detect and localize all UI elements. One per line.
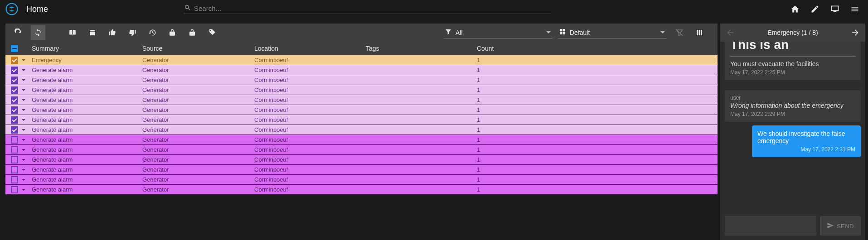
row-checkbox[interactable]: [11, 77, 18, 84]
refresh-icon[interactable]: [11, 25, 25, 40]
prev-arrow-icon[interactable]: [725, 27, 736, 38]
detail-ts: May 17, 2022 2:25 PM: [730, 69, 855, 76]
row-checkbox[interactable]: [11, 186, 18, 193]
search-field[interactable]: [184, 4, 551, 14]
history-icon[interactable]: [145, 25, 160, 40]
cell-location: Corminboeuf: [254, 116, 366, 123]
expand-icon[interactable]: [21, 88, 26, 92]
filter-select[interactable]: All: [444, 26, 553, 39]
expand-icon[interactable]: [21, 118, 26, 122]
book-icon[interactable]: [65, 25, 80, 40]
edit-icon[interactable]: [810, 4, 820, 14]
cell-source: Generator: [142, 77, 254, 83]
expand-icon[interactable]: [21, 68, 26, 72]
table-row[interactable]: Generate alarmGeneratorCorminboeuf1: [5, 185, 718, 195]
expand-icon[interactable]: [21, 178, 26, 182]
row-checkbox[interactable]: [11, 86, 18, 94]
table-row[interactable]: Generate alarmGeneratorCorminboeuf1: [5, 75, 718, 85]
cell-source: Generator: [142, 106, 254, 113]
cell-summary: Generate alarm: [32, 96, 142, 103]
row-checkbox[interactable]: [11, 96, 18, 104]
expand-icon[interactable]: [21, 168, 26, 172]
lock-icon[interactable]: [165, 25, 179, 40]
detail-me-ts: May 17, 2022 2:31 PM: [757, 146, 855, 153]
row-checkbox[interactable]: [11, 126, 18, 134]
row-checkbox[interactable]: [11, 67, 18, 74]
col-summary[interactable]: Summary: [32, 45, 142, 52]
compose-input[interactable]: [725, 216, 816, 235]
send-button[interactable]: SEND: [820, 216, 861, 235]
chevron-down-icon: [660, 31, 665, 34]
table-row[interactable]: Generate alarmGeneratorCorminboeuf1: [5, 95, 718, 105]
table-row[interactable]: Generate alarmGeneratorCorminboeuf1: [5, 115, 718, 125]
detail-msg: You must evacuate the facilities: [730, 60, 855, 67]
chevron-down-icon: [546, 31, 551, 34]
filter-icon: [445, 28, 456, 37]
thumbs-up-icon[interactable]: [105, 25, 120, 40]
monitor-icon[interactable]: [830, 4, 840, 14]
table-row[interactable]: Generate alarmGeneratorCorminboeuf1: [5, 135, 718, 145]
col-count[interactable]: Count: [477, 45, 718, 52]
cell-count: 1: [477, 77, 718, 83]
cell-summary: Generate alarm: [32, 77, 142, 83]
app-logo[interactable]: [5, 3, 18, 15]
detail-user-msg: Wrong information about the emergency: [730, 102, 855, 109]
row-checkbox[interactable]: [11, 146, 18, 154]
cell-count: 1: [477, 146, 718, 153]
columns-icon[interactable]: [692, 25, 707, 40]
search-input[interactable]: [194, 5, 551, 12]
row-checkbox[interactable]: [11, 176, 18, 183]
thumbs-down-icon[interactable]: [125, 25, 140, 40]
expand-icon[interactable]: [21, 187, 26, 192]
cell-count: 1: [477, 106, 718, 113]
table-row[interactable]: Generate alarmGeneratorCorminboeuf1: [5, 65, 718, 75]
expand-icon[interactable]: [21, 138, 26, 142]
expand-icon[interactable]: [21, 98, 26, 102]
col-source[interactable]: Source: [142, 45, 254, 52]
hamburger-icon[interactable]: [850, 4, 860, 14]
table-row[interactable]: Generate alarmGeneratorCorminboeuf1: [5, 155, 718, 165]
col-tags[interactable]: Tags: [366, 45, 477, 52]
expand-icon[interactable]: [21, 108, 26, 112]
cell-summary: Generate alarm: [32, 176, 142, 183]
row-checkbox[interactable]: [11, 116, 18, 124]
next-arrow-icon[interactable]: [850, 27, 861, 38]
table-row[interactable]: Generate alarmGeneratorCorminboeuf1: [5, 105, 718, 115]
cell-location: Corminboeuf: [254, 106, 366, 113]
table-row[interactable]: Generate alarmGeneratorCorminboeuf1: [5, 145, 718, 155]
cell-source: Generator: [142, 126, 254, 133]
row-checkbox[interactable]: [11, 156, 18, 163]
row-checkbox[interactable]: [11, 106, 18, 114]
cell-summary: Emergency: [32, 57, 142, 63]
expand-icon[interactable]: [21, 148, 26, 152]
row-checkbox[interactable]: [11, 57, 18, 64]
unlock-icon[interactable]: [185, 25, 199, 40]
cell-source: Generator: [142, 156, 254, 163]
table-row[interactable]: Generate alarmGeneratorCorminboeuf1: [5, 125, 718, 135]
table-row[interactable]: EmergencyGeneratorCorminboeuf1: [5, 55, 718, 65]
cell-summary: Generate alarm: [32, 166, 142, 173]
table-row[interactable]: Generate alarmGeneratorCorminboeuf1: [5, 85, 718, 95]
select-all-checkbox[interactable]: [11, 45, 18, 52]
home-icon[interactable]: [790, 4, 800, 14]
table-row[interactable]: Generate alarmGeneratorCorminboeuf1: [5, 165, 718, 175]
col-location[interactable]: Location: [254, 45, 366, 52]
view-select[interactable]: Default: [558, 26, 667, 39]
filter-label: All: [456, 29, 463, 36]
sync-icon[interactable]: [31, 25, 45, 40]
cell-location: Corminboeuf: [254, 96, 366, 103]
expand-icon[interactable]: [21, 128, 26, 132]
row-checkbox[interactable]: [11, 136, 18, 144]
expand-icon[interactable]: [21, 58, 26, 62]
clear-filter-icon[interactable]: [672, 25, 687, 40]
table-row[interactable]: Generate alarmGeneratorCorminboeuf1: [5, 175, 718, 185]
cell-count: 1: [477, 57, 718, 63]
cell-source: Generator: [142, 146, 254, 153]
expand-icon[interactable]: [21, 78, 26, 82]
row-checkbox[interactable]: [11, 166, 18, 173]
expand-icon[interactable]: [21, 158, 26, 162]
cell-location: Corminboeuf: [254, 67, 366, 73]
archive-icon[interactable]: [85, 25, 100, 40]
cell-count: 1: [477, 126, 718, 133]
tag-icon[interactable]: [205, 25, 219, 40]
